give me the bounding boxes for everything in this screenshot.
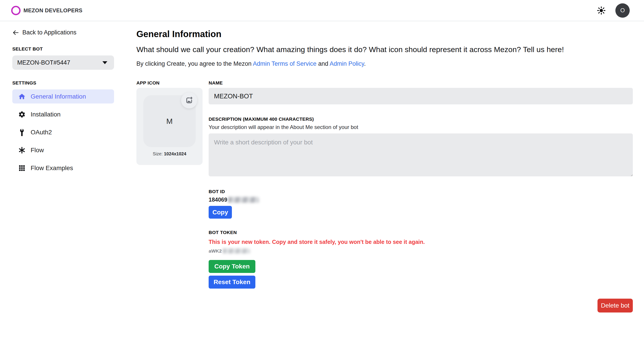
bot-id-value: 184069 <box>209 196 227 203</box>
sidebar-item-label: Flow Examples <box>31 164 73 172</box>
fields-column: NAME DESCRIPTION (MAXIMUM 400 CHARACTERS… <box>209 80 633 288</box>
bot-id-row: 184069 <box>209 196 633 203</box>
settings-nav: General Information Installation <box>12 90 114 175</box>
admin-policy-link[interactable]: Admin Policy <box>330 60 364 67</box>
terms-suffix: . <box>364 60 366 67</box>
token-warning: This is your new token. Copy and store i… <box>209 239 633 245</box>
copy-bot-id-button[interactable]: Copy <box>209 206 232 218</box>
terms-middle: and <box>316 60 330 67</box>
admin-terms-link[interactable]: Admin Terms of Service <box>253 60 317 67</box>
brand[interactable]: MEZON DEVELOPERS <box>11 6 82 15</box>
bot-token-redacted <box>223 248 250 254</box>
sidebar-item-flow[interactable]: Flow <box>12 143 114 157</box>
sidebar: Back to Applications SELECT BOT MEZON-BO… <box>0 21 125 179</box>
upload-icon-button[interactable] <box>181 92 197 108</box>
bot-select[interactable]: MEZON-BOT#5447 <box>12 56 114 70</box>
chevron-down-icon <box>102 61 107 64</box>
topbar-actions: O <box>597 3 630 18</box>
sidebar-item-oauth2[interactable]: OAuth2 <box>12 125 114 139</box>
terms-prefix: By clicking Create, you agree to the Mez… <box>136 60 253 67</box>
brand-title: MEZON DEVELOPERS <box>24 8 82 14</box>
user-avatar[interactable]: O <box>616 3 630 18</box>
topbar: MEZON DEVELOPERS <box>0 0 644 21</box>
delete-bot-button[interactable]: Delete bot <box>598 299 633 312</box>
page-body: Back to Applications SELECT BOT MEZON-BO… <box>0 21 644 322</box>
terms-line: By clicking Create, you agree to the Mez… <box>136 60 633 67</box>
sidebar-item-installation[interactable]: Installation <box>12 107 114 122</box>
back-arrow-icon <box>12 29 19 36</box>
bot-id-label: BOT ID <box>209 189 633 194</box>
asterisk-icon <box>18 146 26 154</box>
delete-row: Delete bot <box>136 299 633 322</box>
sidebar-item-label: OAuth2 <box>31 129 52 136</box>
sidebar-item-flow-examples[interactable]: Flow Examples <box>12 161 114 175</box>
bot-select-value: MEZON-BOT#5447 <box>17 59 70 66</box>
sidebar-item-label: General Information <box>31 93 86 100</box>
page-title: General Information <box>136 29 633 39</box>
bot-token-value: aWK2 <box>209 248 222 254</box>
sidebar-item-label: Installation <box>31 111 60 118</box>
name-label: NAME <box>209 80 633 86</box>
sun-icon <box>597 6 606 15</box>
form-row: APP ICON M Size: 1 <box>136 80 633 288</box>
sidebar-item-general-information[interactable]: General Information <box>12 90 114 104</box>
bot-token-label: BOT TOKEN <box>209 230 633 235</box>
reset-token-button[interactable]: Reset Token <box>209 276 255 288</box>
avatar-initial: O <box>620 7 625 14</box>
main-content: General Information What should we call … <box>125 21 644 322</box>
back-link-label: Back to Applications <box>22 29 76 36</box>
copy-token-button[interactable]: Copy Token <box>209 260 255 273</box>
select-bot-label: SELECT BOT <box>12 46 114 52</box>
size-label: Size: <box>153 151 164 156</box>
size-value: 1024x1024 <box>164 151 186 156</box>
gear-icon <box>18 111 26 118</box>
app-icon-letter: M <box>166 117 173 126</box>
name-input[interactable] <box>209 88 633 104</box>
app-icon-label: APP ICON <box>136 80 202 86</box>
back-to-applications-link[interactable]: Back to Applications <box>12 29 114 36</box>
app-icon-card: M Size: 1024x1024 <box>136 88 202 165</box>
add-image-icon <box>185 96 193 104</box>
settings-label: SETTINGS <box>12 80 114 86</box>
bot-token-row: aWK2 <box>209 248 633 254</box>
grid-icon <box>18 164 26 172</box>
page-subtitle: What should we call your creation? What … <box>136 45 633 54</box>
sidebar-item-label: Flow <box>31 147 44 154</box>
bot-id-redacted <box>228 197 259 203</box>
description-textarea[interactable] <box>209 134 633 176</box>
app-icon-column: APP ICON M Size: 1 <box>136 80 202 288</box>
wrench-icon <box>18 128 26 136</box>
description-helper: Your description will appear in the Abou… <box>209 124 633 130</box>
description-label: DESCRIPTION (MAXIMUM 400 CHARACTERS) <box>209 116 633 122</box>
mezon-logo-icon <box>11 6 20 15</box>
size-note: Size: 1024x1024 <box>136 151 202 156</box>
home-icon <box>18 93 26 100</box>
theme-toggle-button[interactable] <box>597 6 606 15</box>
